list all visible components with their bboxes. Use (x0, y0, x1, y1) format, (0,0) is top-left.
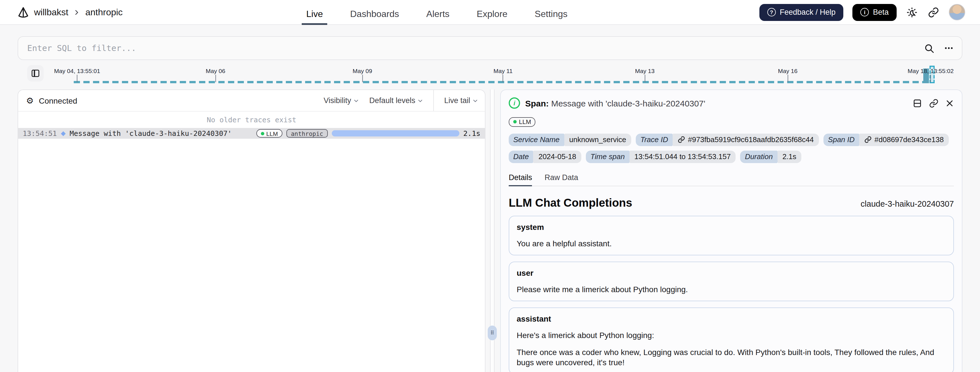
close-icon[interactable] (945, 99, 954, 107)
beta-label: Beta (873, 8, 889, 16)
timeline-tick: May 13 (635, 67, 655, 82)
span-header: i Span: Message with 'claude-3-haiku-202… (509, 90, 954, 112)
traces-panel-header: ⚙ Connected Visibility Default levels Li… (18, 90, 485, 112)
dock-panel-icon[interactable] (913, 98, 922, 108)
span-diamond-icon: ◆ (61, 130, 65, 136)
theme-toggle-icon[interactable] (906, 6, 918, 18)
tab-live[interactable]: Live (305, 3, 324, 25)
message-text: Please write me a limerick about Python … (517, 284, 946, 294)
service-name-pill: Service Name unknown_service (509, 133, 631, 146)
filter-bar: Enter SQL to filter... (18, 36, 963, 60)
tab-explore[interactable]: Explore (476, 3, 509, 25)
timeline-tick: May 04, 13:55:01 (54, 67, 100, 82)
timeline-tick: May 06 (206, 67, 226, 82)
sidebar-collapse-icon[interactable] (27, 65, 44, 82)
message-role: assistant (517, 314, 946, 323)
link-icon (678, 136, 685, 143)
more-options-icon[interactable] (944, 43, 954, 53)
chevron-down-icon (353, 98, 359, 103)
no-older-traces-message: No older traces exist (18, 112, 485, 128)
trace-id-pill[interactable]: Trace ID #973fba5919cf9c618aafdb2635f68c… (636, 133, 819, 146)
chevron-down-icon (417, 98, 423, 103)
message-card-system: system You are a helpful assistant. (509, 215, 954, 255)
span-tabs: Details Raw Data (509, 173, 954, 185)
span-detail-panel: i Span: Message with 'claude-3-haiku-202… (500, 89, 963, 372)
panel-resize-handle[interactable]: ⠿ (488, 326, 497, 340)
feedback-help-button[interactable]: ? Feedback / Help (759, 4, 843, 21)
app-root: willbakst anthropic Live Dashboards Aler… (0, 0, 980, 372)
span-title: Span: Message with 'claude-3-haiku-20240… (525, 98, 705, 108)
tab-details[interactable]: Details (509, 173, 532, 185)
sql-filter-placeholder: Enter SQL to filter... (27, 44, 924, 53)
breadcrumb-org[interactable]: willbakst (34, 7, 68, 17)
green-dot-icon (261, 131, 264, 135)
visibility-dropdown[interactable]: Visibility (323, 96, 359, 105)
message-role: user (517, 268, 946, 277)
logfire-logo-icon[interactable] (17, 6, 30, 18)
user-avatar[interactable] (949, 4, 965, 21)
main-nav: Live Dashboards Alerts Explore Settings (305, 0, 568, 25)
connection-status: Connected (39, 96, 77, 105)
info-circle-icon: i (860, 8, 869, 16)
share-link-icon[interactable] (927, 6, 940, 18)
default-levels-dropdown[interactable]: Default levels (369, 96, 423, 105)
duration-bar (332, 130, 460, 136)
top-bar-actions: ? Feedback / Help i Beta (759, 4, 980, 21)
divider (433, 90, 434, 111)
timeline[interactable]: May 04, 13:55:01 May 06 May 09 May 11 Ma… (0, 63, 980, 85)
span-id-pill[interactable]: Span ID #d08697de343ce138 (824, 133, 949, 146)
beta-button[interactable]: i Beta (853, 4, 897, 21)
message-text: Here's a limerick about Python logging: (517, 330, 946, 340)
green-dot-icon (513, 120, 517, 123)
message-text: There once was a coder who knew, Logging… (517, 347, 946, 368)
timeline-tick: May 18, 13:55:02 (908, 67, 954, 82)
feedback-help-label: Feedback / Help (780, 8, 836, 16)
message-role: system (517, 222, 946, 231)
timeline-tick: May 11 (493, 67, 512, 82)
link-icon (864, 136, 872, 143)
traces-panel: ⚙ Connected Visibility Default levels Li… (18, 89, 485, 372)
span-meta-row-time: Date 2024-05-18 Time span 13:54:51.044 t… (509, 148, 954, 165)
date-pill: Date 2024-05-18 (509, 150, 581, 163)
search-icon[interactable] (924, 43, 935, 54)
section-title: LLM Chat Completions (509, 196, 632, 209)
divider (509, 185, 954, 186)
trace-message: Message with 'claude-3-haiku-20240307' (70, 129, 232, 138)
duration-pill: Duration 2.1s (740, 150, 801, 163)
breadcrumb: willbakst anthropic (0, 6, 238, 18)
llm-tag-badge: LLM (256, 129, 282, 138)
copy-link-icon[interactable] (929, 98, 939, 108)
chevron-right-icon (73, 9, 80, 16)
breadcrumb-project[interactable]: anthropic (85, 7, 123, 17)
gear-icon[interactable]: ⚙ (26, 95, 34, 106)
llm-badge: LLM (509, 117, 536, 127)
trace-duration: 2.1s (463, 129, 480, 138)
tab-settings[interactable]: Settings (534, 3, 569, 25)
model-name: claude-3-haiku-20240307 (861, 199, 954, 208)
question-circle-icon: ? (767, 8, 776, 16)
time-span-pill: Time span 13:54:51.044 to 13:54:53.157 (586, 150, 736, 163)
trace-timestamp: 13:54:51 (23, 129, 57, 138)
tab-alerts[interactable]: Alerts (425, 3, 450, 25)
service-tag-badge: anthropic (286, 129, 328, 138)
span-meta-row-ids: Service Name unknown_service Trace ID #9… (509, 131, 954, 148)
chevron-down-icon (473, 98, 478, 103)
timeline-tick: May 09 (353, 67, 372, 82)
message-text: You are a helpful assistant. (517, 238, 946, 248)
tab-raw-data[interactable]: Raw Data (545, 173, 579, 185)
message-card-user: user Please write me a limerick about Py… (509, 261, 954, 301)
timeline-tick: May 16 (778, 67, 798, 82)
span-info-icon: i (509, 97, 520, 109)
live-tail-dropdown[interactable]: Live tail (444, 96, 478, 105)
trace-row[interactable]: 13:54:51 ◆ Message with 'claude-3-haiku-… (18, 128, 485, 139)
message-card-assistant: assistant Here's a limerick about Python… (509, 307, 954, 372)
sql-filter-input[interactable]: Enter SQL to filter... (18, 36, 963, 60)
top-bar: willbakst anthropic Live Dashboards Aler… (0, 0, 980, 25)
drag-dots-icon: ⠿ (490, 330, 494, 336)
tab-dashboards[interactable]: Dashboards (349, 3, 400, 25)
